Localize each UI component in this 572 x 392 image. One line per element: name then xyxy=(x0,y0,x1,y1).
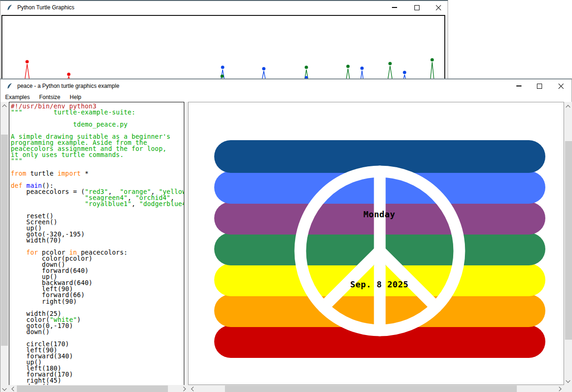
scrollbar-thumb[interactable] xyxy=(225,385,517,392)
sprout-dot xyxy=(403,71,406,74)
minimize-button[interactable] xyxy=(508,79,529,93)
scrollbar-thumb[interactable] xyxy=(17,385,168,392)
sprout-dot xyxy=(262,67,265,70)
sprout-dot xyxy=(221,65,224,69)
sprout-stem xyxy=(388,66,392,79)
chevron-up-icon xyxy=(566,105,571,109)
code-line: right(90) xyxy=(11,299,184,305)
close-icon xyxy=(435,5,442,11)
sprout-dot xyxy=(220,74,224,78)
sprout-dot xyxy=(346,64,349,68)
menu-fontsize[interactable]: Fontsize xyxy=(35,93,65,102)
menu-bar: Examples Fontsize Help xyxy=(0,93,572,102)
code-line: from turtle import * xyxy=(11,171,184,177)
window-content: #!/usr/bin/env python3""" turtle-example… xyxy=(0,102,572,392)
window-title: peace - a Python turtle graphics example xyxy=(17,83,119,89)
title-bar[interactable]: Python Turtle Graphics xyxy=(0,1,448,14)
scroll-left-button[interactable] xyxy=(188,385,196,392)
peace-drawing: MondaySep. 8 2025 xyxy=(188,102,564,385)
screen: { "turtle_window": { "title": "Python Tu… xyxy=(0,0,572,392)
sprout-stem xyxy=(262,71,266,79)
chevron-right-icon xyxy=(181,387,186,392)
minimize-icon xyxy=(516,86,521,86)
chevron-down-icon xyxy=(566,378,571,383)
turtle-graphics-window: Python Turtle Graphics xyxy=(0,0,448,80)
canvas-horizontal-scrollbar[interactable] xyxy=(188,385,564,392)
sprout-dot xyxy=(360,66,363,70)
chevron-up-icon xyxy=(2,104,7,109)
close-icon xyxy=(558,83,564,89)
maximize-button[interactable] xyxy=(529,79,550,93)
code-line: width(70) xyxy=(11,237,184,243)
scroll-right-button[interactable] xyxy=(556,385,564,392)
minimize-button[interactable] xyxy=(384,1,405,14)
code-vertical-scrollbar[interactable] xyxy=(0,102,8,392)
sprout-dot xyxy=(304,65,308,69)
tk-feather-icon xyxy=(6,82,14,90)
code-line: down() xyxy=(11,329,184,335)
chevron-down-icon xyxy=(2,386,7,391)
sprout-dot xyxy=(25,60,29,63)
turtle-drawing-canvas xyxy=(1,15,445,80)
code-line: """ turtle-example-suite: xyxy=(11,109,184,115)
scrollbar-thumb[interactable] xyxy=(1,135,8,346)
peace-example-window: peace - a Python turtle graphics example… xyxy=(0,78,572,392)
menu-help[interactable]: Help xyxy=(65,93,86,102)
code-line: """ xyxy=(11,158,184,164)
scroll-left-button[interactable] xyxy=(9,385,17,392)
sprout-stem xyxy=(430,62,434,79)
menu-examples[interactable]: Examples xyxy=(0,93,35,102)
close-button[interactable] xyxy=(550,79,572,93)
code-text[interactable]: #!/usr/bin/env python3""" turtle-example… xyxy=(9,102,184,386)
code-line: "royalblue1", "dodgerblue4") xyxy=(11,201,184,207)
code-line: it only uses turtle commands. xyxy=(11,152,184,158)
minimize-icon xyxy=(392,7,397,7)
title-bar[interactable]: peace - a Python turtle graphics example xyxy=(0,79,572,93)
scroll-right-button[interactable] xyxy=(180,385,188,392)
sprout-stem xyxy=(346,69,350,79)
sprout-stem xyxy=(361,71,363,79)
chevron-right-icon xyxy=(557,387,561,392)
chevron-left-icon xyxy=(11,387,16,392)
scroll-down-button[interactable] xyxy=(564,377,572,385)
code-line: tdemo_peace.py xyxy=(11,121,184,128)
sprout-dot xyxy=(430,58,434,61)
code-horizontal-scrollbar[interactable] xyxy=(9,385,188,392)
sprout-dot xyxy=(388,62,391,65)
sprouts-drawing xyxy=(2,16,444,79)
maximize-button[interactable] xyxy=(406,1,427,14)
scroll-up-button[interactable] xyxy=(564,102,572,110)
sprout-dot xyxy=(67,72,70,76)
tk-feather-icon xyxy=(6,4,14,11)
scrollbar-thumb[interactable] xyxy=(565,141,572,340)
maximize-icon xyxy=(414,5,420,10)
scroll-up-button[interactable] xyxy=(0,102,8,110)
window-title: Python Turtle Graphics xyxy=(17,4,74,11)
close-button[interactable] xyxy=(428,1,449,14)
sprout-stem xyxy=(25,64,29,79)
canvas-text: Monday xyxy=(363,209,395,219)
maximize-icon xyxy=(537,84,542,89)
canvas-vertical-scrollbar[interactable] xyxy=(564,102,572,392)
scroll-down-button[interactable] xyxy=(0,385,8,392)
peace-drawing-canvas: MondaySep. 8 2025 xyxy=(188,102,564,385)
chevron-left-icon xyxy=(191,387,195,392)
canvas-text: Sep. 8 2025 xyxy=(350,279,409,289)
